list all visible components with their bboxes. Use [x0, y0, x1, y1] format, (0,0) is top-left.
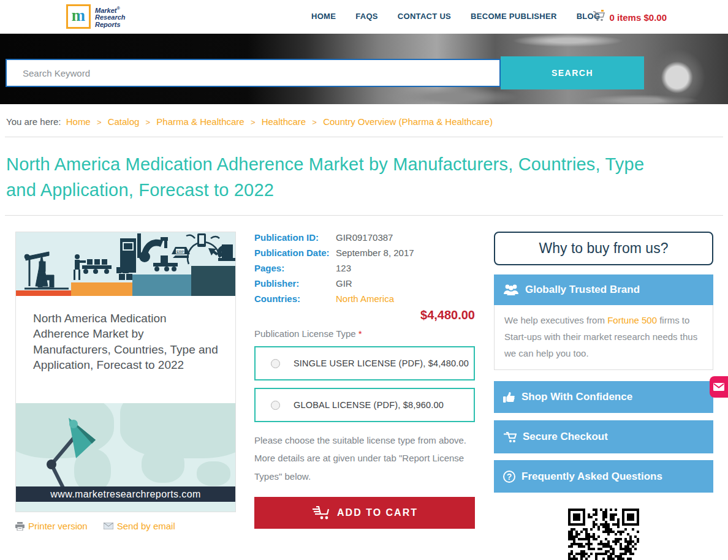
pages-value: 123 — [336, 262, 351, 274]
cart-icon — [503, 431, 517, 443]
email-icon — [104, 523, 113, 529]
breadcrumb-separator: > — [251, 118, 256, 127]
license-option-label: SINGLE USER LICENSE (PDF), $4,480.00 — [294, 358, 469, 368]
users-icon — [503, 284, 519, 296]
robot-arm-icon — [119, 232, 178, 274]
detail-label: Publisher: — [254, 278, 336, 290]
required-asterisk: * — [358, 328, 362, 339]
publication-id-value: GIR09170387 — [336, 232, 393, 244]
detail-row: Publication ID: GIR09170387 — [254, 232, 475, 244]
cart-icon — [593, 10, 606, 25]
breadcrumb-separator: > — [97, 118, 102, 127]
why-buy-box: Why to buy from us? — [494, 232, 713, 265]
svg-text:ERP: ERP — [176, 250, 184, 254]
breadcrumb-healthcare[interactable]: Healthcare — [262, 116, 306, 127]
email-signup-tab[interactable] — [710, 376, 728, 398]
publisher-value: GIR — [336, 278, 352, 290]
thumbs-up-icon — [503, 391, 515, 403]
breadcrumb-pharma-healthcare[interactable]: Pharma & Healthcare — [156, 116, 244, 127]
header-cart[interactable]: 0 items $0.00 — [593, 10, 667, 25]
faq-bar[interactable]: ? Frequently Asked Questions — [494, 460, 713, 493]
breadcrumb-home[interactable]: Home — [66, 116, 91, 127]
growth-step-4 — [191, 266, 235, 296]
divider — [5, 137, 723, 137]
nav-contact-us[interactable]: CONTACT US — [398, 12, 451, 21]
detail-row: Publisher: GIR — [254, 278, 475, 290]
printer-version-link[interactable]: Printer version — [15, 521, 88, 531]
license-option-label: GLOBAL LICENSE (PDF), $8,960.00 — [294, 400, 444, 410]
breadcrumb-prefix: You are here: — [6, 116, 61, 127]
detail-label: Countries: — [254, 293, 336, 305]
detail-label: Publication Date: — [254, 247, 336, 259]
license-note: Please choose the suitable license type … — [254, 431, 475, 485]
breadcrumb: You are here: Home > Catalog > Pharma & … — [6, 116, 728, 127]
printer-icon — [15, 522, 25, 531]
product-column: ERP North America Medication Adherence M… — [15, 232, 236, 560]
search-banner: SEARCH — [0, 34, 728, 104]
world-map-footer: www.marketresearchreports.com — [16, 403, 235, 512]
detail-row: Pages: 123 — [254, 262, 475, 274]
nav-faqs[interactable]: FAQS — [355, 12, 378, 21]
cart-summary: 0 items $0.00 — [610, 12, 667, 23]
detail-row: Publication Date: September 8, 2017 — [254, 247, 475, 259]
website-url-band: www.marketresearchreports.com — [16, 486, 235, 502]
globally-trusted-bar[interactable]: Globally Trusted Brand — [494, 274, 713, 305]
main-nav: HOME FAQS CONTACT US BECOME PUBLISHER BL… — [311, 12, 600, 21]
breadcrumb-country-overview[interactable]: Country Overview (Pharma & Healthcare) — [323, 116, 493, 127]
nav-home[interactable]: HOME — [311, 12, 336, 21]
license-option-single-user[interactable]: SINGLE USER LICENSE (PDF), $4,480.00 — [254, 346, 475, 380]
breadcrumb-catalog[interactable]: Catalog — [108, 116, 140, 127]
add-to-cart-button[interactable]: ADD TO CART — [254, 497, 475, 529]
send-by-email-link[interactable]: Send by email — [104, 521, 175, 531]
add-cart-icon — [311, 505, 330, 520]
product-action-links: Printer version Send by email — [15, 521, 236, 531]
qr-code — [568, 509, 639, 560]
main-content: ERP North America Medication Adherence M… — [15, 232, 728, 560]
growth-step-1 — [16, 290, 71, 296]
industry-illustration: ERP — [16, 232, 235, 296]
publication-date-value: September 8, 2017 — [336, 247, 414, 259]
price: $4,480.00 — [254, 308, 475, 322]
trusted-brand-text: We help executives from Fortune 500 firm… — [494, 305, 713, 370]
countries-link[interactable]: North America — [336, 293, 394, 305]
cover-title: North America Medication Adherence Marke… — [16, 296, 235, 403]
growth-step-2 — [71, 282, 132, 296]
logo-m-icon: m — [66, 4, 91, 29]
detail-label: Pages: — [254, 262, 336, 274]
nav-become-publisher[interactable]: BECOME PUBLISHER — [471, 12, 557, 21]
breadcrumb-separator: > — [312, 118, 317, 127]
site-header: m Market® Research Reports HOME FAQS CON… — [0, 0, 728, 34]
radio-button[interactable] — [271, 359, 280, 368]
secure-checkout-bar[interactable]: Secure Checkout — [494, 420, 713, 453]
oil-derrick-icon — [23, 251, 70, 290]
map-shape — [142, 446, 184, 483]
logo-wordmark: Market® Research Reports — [95, 5, 126, 28]
license-type-label: Publication License Type * — [254, 328, 475, 339]
search-input[interactable] — [6, 59, 501, 87]
qr-code-area — [494, 509, 713, 560]
shop-with-confidence-bar[interactable]: Shop With Confidence — [494, 381, 713, 413]
breadcrumb-separator: > — [146, 118, 151, 127]
question-icon: ? — [503, 471, 515, 483]
site-logo[interactable]: m Market® Research Reports — [66, 4, 126, 29]
growth-step-3 — [132, 274, 191, 296]
license-option-global[interactable]: GLOBAL LICENSE (PDF), $8,960.00 — [254, 388, 475, 422]
product-cover-image[interactable]: ERP North America Medication Adherence M… — [15, 232, 236, 512]
radio-button[interactable] — [271, 401, 280, 410]
page-title: North America Medication Adherence Marke… — [6, 151, 668, 203]
fortune-500-link[interactable]: Fortune 500 — [607, 315, 657, 325]
detail-label: Publication ID: — [254, 232, 336, 244]
iot-automation-icon: ERP — [170, 232, 235, 267]
search-button[interactable]: SEARCH — [501, 56, 644, 89]
envelope-icon — [713, 383, 724, 391]
details-column: Publication ID: GIR09170387 Publication … — [254, 232, 475, 560]
detail-row: Countries: North America — [254, 293, 475, 305]
divider — [5, 215, 723, 216]
map-shape — [197, 461, 230, 486]
sidebar: Why to buy from us? Globally Trusted Bra… — [494, 232, 713, 560]
